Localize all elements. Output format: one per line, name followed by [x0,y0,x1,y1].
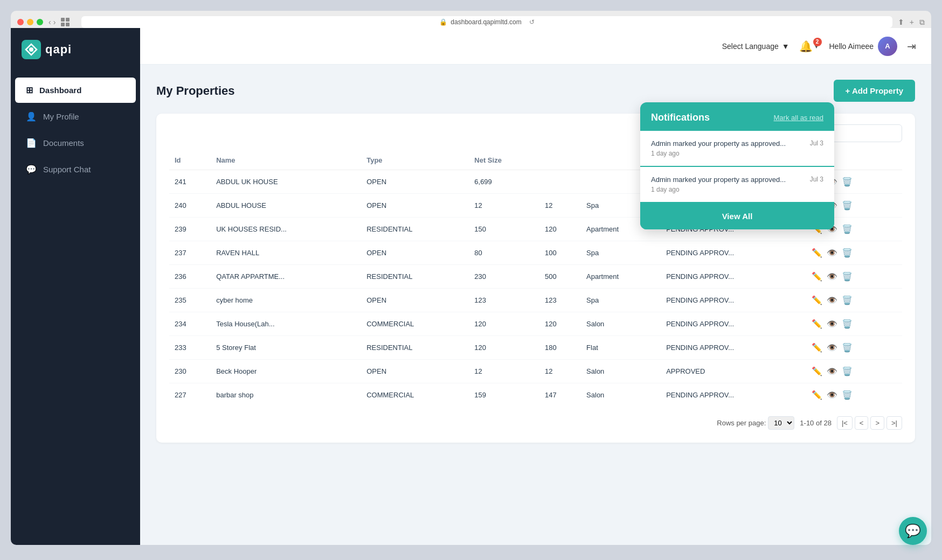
svg-rect-2 [61,23,65,26]
edit-icon[interactable]: ✏️ [812,390,822,400]
delete-icon[interactable]: 🗑️ [842,271,853,282]
table-row: 236 QATAR APPARTME... RESIDENTIAL 230 50… [169,265,902,289]
cell-col6: Spa [581,289,661,312]
view-icon[interactable]: 👁️ [827,342,837,353]
cell-status: PENDING APPROV... [661,312,806,336]
view-icon[interactable]: 👁️ [827,271,837,282]
share-icon[interactable]: ⬆ [898,18,904,27]
sidebar-item-label-support: Support Chat [43,165,91,174]
profile-icon: 👤 [26,111,37,122]
delete-icon[interactable]: 🗑️ [842,390,853,400]
sidebar-item-label-profile: My Profile [43,112,79,121]
cell-net-size: 80 [469,241,539,265]
edit-icon[interactable]: ✏️ [812,319,822,329]
notifications-title: Notifications [651,112,710,123]
logout-button[interactable]: ⇥ [907,40,916,53]
cell-net-size: 6,699 [469,170,539,194]
header-user: Hello Aimeee A [829,37,898,56]
cell-type: OPEN [361,289,469,312]
view-icon[interactable]: 👁️ [827,390,837,400]
cell-type: OPEN [361,170,469,194]
sidebar-item-dashboard[interactable]: ⊞ Dashboard [15,78,136,103]
edit-icon[interactable]: ✏️ [812,366,822,376]
main-content: Select Language ▼ 🔔 2 ▼ Hello Aimeee A ⇥ [140,28,931,545]
svg-point-5 [29,47,33,52]
notifications-header: Notifications Mark all as read [640,102,834,131]
cell-type: RESIDENTIAL [361,265,469,289]
notification-ago-1: 1 day ago [651,150,823,157]
cell-col6: Flat [581,336,661,360]
nav-back[interactable]: ‹ [49,18,51,26]
new-tab-icon[interactable]: + [910,18,914,27]
edit-icon[interactable]: ✏️ [812,342,822,353]
table-row: 235 cyber home OPEN 123 123 Spa PENDING … [169,289,902,312]
pagination-last[interactable]: >| [886,416,902,430]
page-title: My Properties [156,84,235,98]
mark-all-read-button[interactable]: Mark all as read [774,114,823,122]
cell-type: OPEN [361,241,469,265]
cell-action: ✏️ 👁️ 🗑️ [806,383,902,407]
cell-col5: 500 [539,265,581,289]
pagination-prev[interactable]: < [855,416,869,430]
view-icon[interactable]: 👁️ [827,319,837,329]
browser-right-controls: ⬆ + ⧉ [898,18,925,27]
view-icon[interactable]: 👁️ [827,248,837,258]
dot-yellow [27,19,33,25]
content-area: Notifications Mark all as read Admin mar… [140,65,931,545]
cell-name: ABDUL HOUSE [211,194,361,218]
delete-icon[interactable]: 🗑️ [842,200,853,211]
notification-bell[interactable]: 🔔 2 ▼ [799,40,820,53]
cell-col5: 12 [539,360,581,383]
cell-col5: 120 [539,218,581,241]
pagination-next[interactable]: > [870,416,884,430]
edit-icon[interactable]: ✏️ [812,248,822,258]
cell-name: Tesla House(Lah... [211,312,361,336]
notification-item-1[interactable]: Admin marked your property as approved..… [640,131,834,166]
cell-net-size: 159 [469,383,539,407]
sidebar-toggle-icon[interactable]: ⧉ [919,18,925,27]
reload-icon[interactable]: ↺ [529,18,535,26]
cell-col6: Apartment [581,265,661,289]
sidebar-item-documents[interactable]: 📄 Documents [15,130,136,156]
nav-forward[interactable]: › [53,18,56,26]
cell-id: 235 [169,289,211,312]
dot-green [37,19,43,25]
rows-per-page-select[interactable]: 10 25 50 [768,416,794,430]
cell-name: barbar shop [211,383,361,407]
delete-icon[interactable]: 🗑️ [842,224,853,234]
cell-action: ✏️ 👁️ 🗑️ [806,241,902,265]
cell-net-size: 230 [469,265,539,289]
chat-bubble[interactable]: 💬 [899,517,927,545]
col-5 [539,151,581,170]
delete-icon[interactable]: 🗑️ [842,366,853,376]
add-property-button[interactable]: + Add Property [834,80,915,102]
cell-net-size: 150 [469,218,539,241]
cell-name: RAVEN HALL [211,241,361,265]
delete-icon[interactable]: 🗑️ [842,342,853,353]
sidebar-item-support-chat[interactable]: 💬 Support Chat [15,157,136,182]
edit-icon[interactable]: ✏️ [812,271,822,282]
notification-item-2[interactable]: Admin marked your property as approved..… [640,167,834,202]
language-selector[interactable]: Select Language ▼ [722,42,789,51]
address-bar[interactable]: 🔒 dashboard.qapimltd.com ↺ [81,16,892,28]
cell-col6: Spa [581,241,661,265]
edit-icon[interactable]: ✏️ [812,295,822,305]
cell-id: 234 [169,312,211,336]
cell-id: 227 [169,383,211,407]
view-icon[interactable]: 👁️ [827,366,837,376]
delete-icon[interactable]: 🗑️ [842,295,853,305]
view-all-notifications-button[interactable]: View All [640,203,834,229]
cell-type: OPEN [361,194,469,218]
delete-icon[interactable]: 🗑️ [842,177,853,187]
language-chevron: ▼ [782,42,789,51]
sidebar-item-my-profile[interactable]: 👤 My Profile [15,104,136,129]
dot-red [17,19,24,25]
delete-icon[interactable]: 🗑️ [842,248,853,258]
delete-icon[interactable]: 🗑️ [842,319,853,329]
view-icon[interactable]: 👁️ [827,295,837,305]
table-row: 227 barbar shop COMMERCIAL 159 147 Salon… [169,383,902,407]
cell-id: 236 [169,265,211,289]
cell-action: ✏️ 👁️ 🗑️ [806,336,902,360]
pagination-first[interactable]: |< [837,416,853,430]
bell-icon: 🔔 [799,40,813,53]
